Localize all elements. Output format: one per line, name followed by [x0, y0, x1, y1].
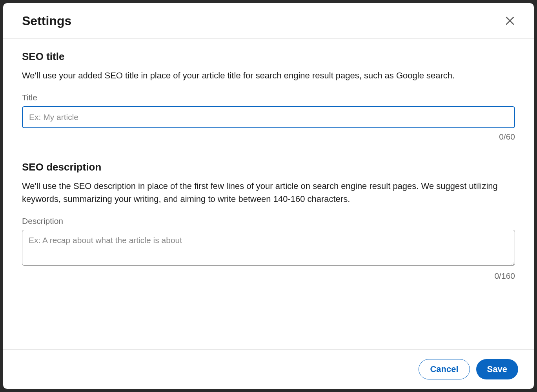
- cancel-button[interactable]: Cancel: [419, 359, 470, 379]
- seo-title-section: SEO title We'll use your added SEO title…: [22, 51, 515, 142]
- seo-title-char-count: 0/60: [22, 132, 515, 142]
- modal-header: Settings: [3, 3, 534, 39]
- modal-footer: Cancel Save: [3, 349, 534, 389]
- seo-title-label: Title: [22, 93, 515, 102]
- seo-description-help: We'll use the SEO description in place o…: [22, 180, 515, 205]
- seo-description-section: SEO description We'll use the SEO descri…: [22, 161, 515, 281]
- seo-description-label: Description: [22, 216, 515, 226]
- seo-description-char-count: 0/160: [22, 271, 515, 281]
- modal-body: SEO title We'll use your added SEO title…: [3, 39, 534, 349]
- settings-modal: Settings SEO title We'll use your added …: [3, 3, 534, 389]
- seo-title-help: We'll use your added SEO title in place …: [22, 69, 515, 82]
- seo-title-input[interactable]: [22, 106, 515, 128]
- close-icon: [504, 15, 516, 27]
- modal-title: Settings: [22, 14, 71, 28]
- close-button[interactable]: [502, 13, 518, 29]
- seo-description-heading: SEO description: [22, 161, 515, 173]
- save-button[interactable]: Save: [476, 359, 518, 379]
- seo-title-heading: SEO title: [22, 51, 515, 63]
- seo-description-input[interactable]: [22, 230, 515, 266]
